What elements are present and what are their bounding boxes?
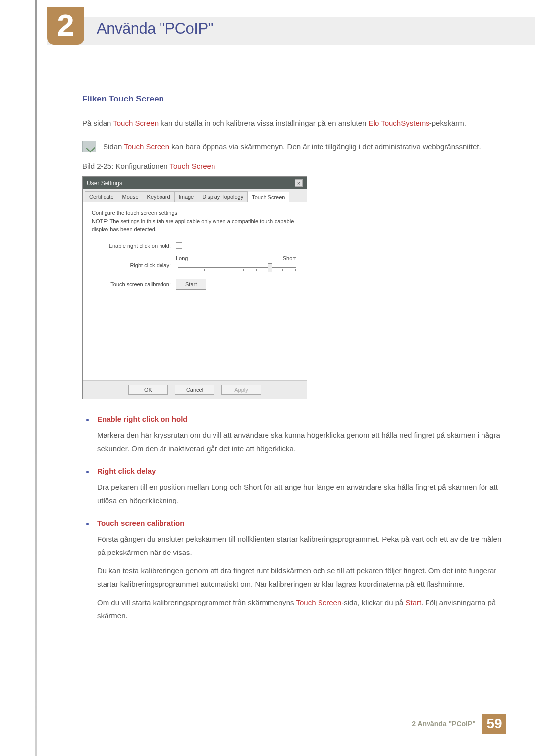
bullet-calibration: Touch screen calibration Första gången d… bbox=[82, 519, 503, 622]
caption-pre: Bild 2-25: Konfigurationen bbox=[82, 162, 170, 170]
slider-tick bbox=[191, 269, 191, 271]
slider-tick bbox=[243, 269, 244, 271]
bullet-body: Markera den här kryssrutan om du vill at… bbox=[97, 428, 503, 455]
note-highlight: Touch Screen bbox=[124, 142, 169, 151]
slider-long-label: Long bbox=[176, 254, 188, 263]
enable-label: Enable right click on hold: bbox=[92, 242, 176, 250]
dialog-desc2: NOTE: The settings in this tab are appli… bbox=[92, 217, 298, 234]
note-row: Sidan Touch Screen kan bara öppnas via s… bbox=[82, 140, 503, 153]
note-pre: Sidan bbox=[103, 142, 124, 151]
bullet-para: Du kan testa kalibreringen genom att dra… bbox=[97, 564, 503, 591]
apply-button[interactable]: Apply bbox=[221, 385, 261, 395]
note-icon bbox=[82, 141, 96, 152]
bullet-delay: Right click delay Dra pekaren till en po… bbox=[82, 467, 503, 507]
chapter-number-badge: 2 bbox=[47, 7, 84, 45]
bullet-list: Enable right click on hold Markera den h… bbox=[82, 415, 503, 622]
slider-thumb[interactable] bbox=[268, 263, 272, 272]
bullet-title: Touch screen calibration bbox=[97, 519, 503, 527]
tab-mouse[interactable]: Mouse bbox=[118, 191, 143, 202]
cancel-button[interactable]: Cancel bbox=[175, 385, 214, 395]
dialog-form: Enable right click on hold: Right click … bbox=[92, 242, 298, 290]
dialog-footer: OK Cancel Apply bbox=[83, 380, 307, 399]
bullet-para: Dra pekaren till en position mellan Long… bbox=[97, 480, 503, 507]
footer-text: 2 Använda "PCoIP" bbox=[412, 720, 476, 728]
row-right-click-delay: Right click delay: Long Short bbox=[92, 254, 298, 274]
intro-text-2: kan du ställa in och kalibrera vissa ins… bbox=[159, 119, 369, 127]
tab-display-topology[interactable]: Display Topology bbox=[198, 191, 248, 202]
bullet-title: Enable right click on hold bbox=[97, 415, 503, 423]
note-post: kan bara öppnas via skärmmenyn. Den är i… bbox=[169, 142, 481, 151]
left-margin-strip bbox=[35, 0, 37, 756]
dialog-body: Configure the touch screen settings NOTE… bbox=[83, 202, 307, 380]
slider-tick bbox=[230, 269, 230, 271]
tab-certificate[interactable]: Certificate bbox=[85, 191, 118, 202]
figure-caption: Bild 2-25: Konfigurationen Touch Screen bbox=[82, 162, 503, 170]
bullet-body: Första gången du ansluter pekskärmen til… bbox=[97, 532, 503, 622]
enable-checkbox[interactable] bbox=[176, 242, 182, 249]
slider-short-label: Short bbox=[283, 254, 296, 263]
final-hl1: Touch Screen bbox=[296, 598, 342, 606]
page-number: 59 bbox=[482, 714, 506, 734]
dialog-titlebar: User Settings × bbox=[83, 177, 307, 189]
slider-track[interactable] bbox=[178, 263, 296, 274]
chapter-title: Använda "PCoIP" bbox=[97, 20, 213, 38]
caption-highlight: Touch Screen bbox=[170, 162, 215, 170]
slider-tick bbox=[256, 269, 257, 271]
delay-label: Right click delay: bbox=[92, 254, 176, 270]
dialog-desc1: Configure the touch screen settings bbox=[92, 209, 298, 217]
slider-tick bbox=[282, 269, 283, 271]
intro-paragraph: På sidan Touch Screen kan du ställa in o… bbox=[82, 116, 503, 130]
row-enable-right-click: Enable right click on hold: bbox=[92, 242, 298, 250]
tab-image[interactable]: Image bbox=[174, 191, 199, 202]
row-calibration: Touch screen calibration: Start bbox=[92, 279, 298, 290]
tab-touch-screen[interactable]: Touch Screen bbox=[247, 192, 289, 202]
intro-highlight-1: Touch Screen bbox=[113, 119, 159, 127]
bullet-para: Markera den här kryssrutan om du vill at… bbox=[97, 428, 503, 455]
bullet-para: Första gången du ansluter pekskärmen til… bbox=[97, 532, 503, 559]
slider-tick bbox=[295, 269, 296, 271]
note-text: Sidan Touch Screen kan bara öppnas via s… bbox=[103, 140, 481, 153]
bullet-body: Dra pekaren till en position mellan Long… bbox=[97, 480, 503, 507]
intro-text-1: På sidan bbox=[82, 119, 113, 127]
delay-slider[interactable]: Long Short bbox=[176, 254, 298, 274]
page-content: Fliken Touch Screen På sidan Touch Scree… bbox=[82, 94, 503, 634]
slider-tick bbox=[178, 269, 178, 271]
slider-tick bbox=[204, 269, 205, 271]
final-pre: Om du vill starta kalibreringsprogrammet… bbox=[97, 598, 296, 606]
slider-end-labels: Long Short bbox=[176, 254, 298, 263]
page-footer: 2 Använda "PCoIP" 59 bbox=[412, 714, 506, 734]
intro-text-3: -pekskärm. bbox=[429, 119, 466, 127]
bullet-enable: Enable right click on hold Markera den h… bbox=[82, 415, 503, 455]
slider-line bbox=[178, 267, 296, 268]
slider-tick bbox=[217, 269, 217, 271]
bullet-para-final: Om du vill starta kalibreringsprogrammet… bbox=[97, 596, 503, 622]
dialog-tabs: Certificate Mouse Keyboard Image Display… bbox=[83, 189, 307, 202]
section-heading: Fliken Touch Screen bbox=[82, 94, 503, 104]
start-button[interactable]: Start bbox=[176, 279, 206, 290]
dialog-close-button[interactable]: × bbox=[295, 179, 303, 187]
final-mid: -sida, klickar du på bbox=[341, 598, 405, 606]
slider-ticks bbox=[178, 269, 296, 271]
ok-button[interactable]: OK bbox=[128, 385, 168, 395]
final-hl2: Start bbox=[406, 598, 422, 606]
calib-label: Touch screen calibration: bbox=[92, 280, 176, 289]
tab-keyboard[interactable]: Keyboard bbox=[143, 191, 175, 202]
dialog-title-text: User Settings bbox=[87, 180, 122, 187]
bullet-title: Right click delay bbox=[97, 467, 503, 475]
intro-highlight-2: Elo TouchSystems bbox=[369, 119, 429, 127]
user-settings-dialog: User Settings × Certificate Mouse Keyboa… bbox=[82, 176, 307, 399]
